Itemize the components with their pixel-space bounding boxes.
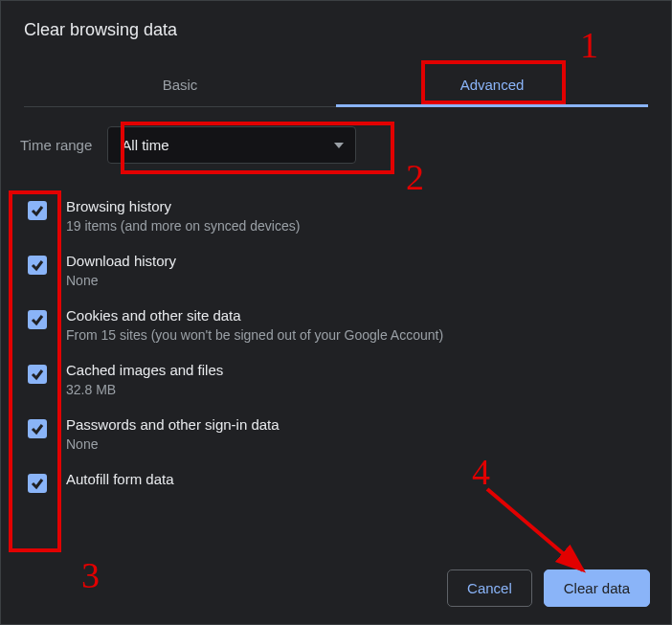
list-item: Cached images and files 32.8 MB	[20, 352, 667, 407]
list-item: Passwords and other sign-in data None	[20, 407, 667, 461]
time-range-select[interactable]: All time	[107, 126, 356, 164]
item-title: Download history	[66, 253, 667, 269]
item-title: Browsing history	[66, 198, 667, 214]
checkbox-autofill[interactable]	[28, 474, 47, 493]
time-range-value: All time	[122, 137, 168, 153]
chevron-down-icon	[334, 143, 344, 148]
item-title: Cookies and other site data	[66, 307, 667, 324]
item-sub: From 15 sites (you won't be signed out o…	[66, 327, 667, 343]
item-title: Passwords and other sign-in data	[66, 416, 667, 433]
item-title: Cached images and files	[66, 362, 667, 378]
options-scroll[interactable]: Time range All time Browsing history 19 …	[1, 107, 671, 528]
dialog-footer: Cancel Clear data	[1, 552, 671, 624]
tab-basic[interactable]: Basic	[24, 63, 336, 106]
checkbox-cookies[interactable]	[28, 310, 47, 329]
item-sub: 19 items (and more on synced devices)	[66, 218, 667, 234]
clear-data-button[interactable]: Clear data	[544, 569, 650, 607]
list-item: Download history None	[20, 243, 667, 298]
checkbox-passwords[interactable]	[28, 419, 47, 438]
item-title: Autofill form data	[66, 471, 667, 487]
item-sub: None	[66, 436, 667, 452]
checkbox-download-history[interactable]	[28, 256, 47, 275]
list-item: Browsing history 19 items (and more on s…	[20, 189, 667, 243]
tab-advanced[interactable]: Advanced	[336, 63, 648, 106]
checkbox-cache[interactable]	[28, 365, 47, 384]
tabs: Basic Advanced	[24, 63, 648, 107]
list-item: Autofill form data	[20, 461, 667, 502]
item-sub: 32.8 MB	[66, 382, 667, 397]
item-sub: None	[66, 273, 667, 288]
time-range-label: Time range	[20, 137, 92, 153]
cancel-button[interactable]: Cancel	[447, 569, 532, 607]
list-item: Cookies and other site data From 15 site…	[20, 298, 667, 352]
checkbox-browsing-history[interactable]	[28, 201, 47, 220]
dialog-title: Clear browsing data	[24, 20, 648, 40]
